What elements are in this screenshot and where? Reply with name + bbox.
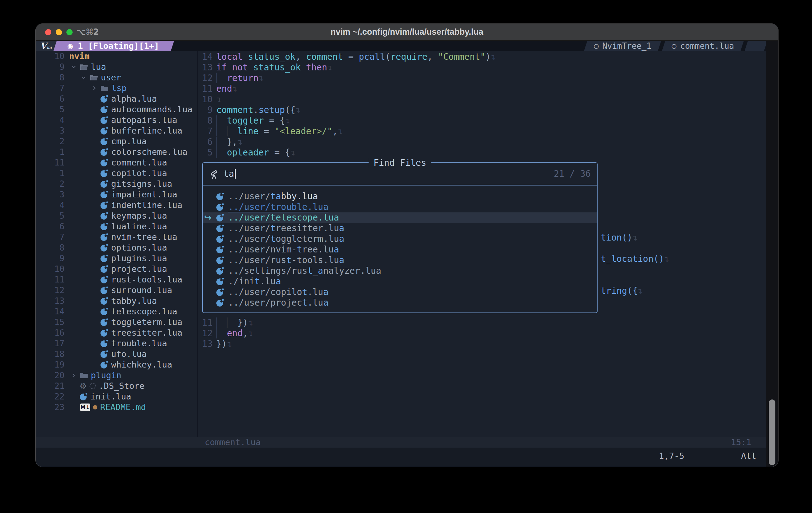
tree-row-trouble.lua[interactable]: 17trouble.lua — [36, 338, 197, 349]
result-path: ../user/nvim-tree.lua — [228, 244, 339, 255]
tree-label: telescope.lua — [111, 306, 177, 317]
tree-row-alpha.lua[interactable]: 6alpha.lua — [36, 93, 197, 104]
result-row[interactable]: ../user/toggleterm.lua — [203, 234, 597, 244]
eol-marker: ↴ — [237, 137, 242, 147]
tree-label: alpha.lua — [111, 93, 157, 104]
tree-row-autocommands.lua[interactable]: 5autocommands.lua — [36, 104, 197, 115]
editor-line[interactable]: 5▏ opleader = {↴ — [198, 147, 295, 158]
tree-row-whichkey.lua[interactable]: 19whichkey.lua — [36, 359, 197, 370]
editor-line[interactable]: 13if not status_ok then↴ — [198, 62, 332, 73]
line-number: 8 — [36, 72, 64, 83]
tab-comment-lua-label: comment.lua — [680, 41, 734, 51]
tree-row-colorscheme.lua[interactable]: 1colorscheme.lua — [36, 147, 197, 157]
tree-row-comment.lua[interactable]: 11comment.lua — [36, 157, 197, 168]
editor-line[interactable]: 12▏ return↴ — [198, 73, 264, 84]
tab-active-floating[interactable]: ◉ 1 [Floating][1+] — [55, 41, 172, 51]
tree-row-impatient.lua[interactable]: 3impatient.lua — [36, 189, 197, 200]
result-row[interactable]: ↪../user/telescope.lua — [203, 212, 597, 223]
tree-row-cmp.lua[interactable]: 2cmp.lua — [36, 136, 197, 147]
result-row[interactable]: ../user/treesitter.lua — [203, 223, 597, 234]
tree-row-.DS_Store[interactable]: 21⚙.DS_Store — [36, 381, 197, 391]
lua-file-icon — [216, 267, 224, 275]
result-row[interactable]: ../user/rust-tools.lua — [203, 255, 597, 266]
line-number: 10 — [36, 264, 64, 274]
selection-caret-icon: ↪ — [204, 212, 211, 223]
buffer-list-button[interactable] — [746, 41, 766, 51]
tree-row-init.lua[interactable]: 22init.lua — [36, 391, 197, 402]
result-path: ../user/rust-tools.lua — [228, 255, 344, 266]
tree-row-surround.lua[interactable]: 12surround.lua — [36, 285, 197, 296]
lua-file-icon — [100, 190, 108, 199]
result-row[interactable]: ../user/trouble.lua — [203, 202, 597, 212]
result-row[interactable]: ../user/project.lua — [203, 298, 597, 308]
tree-row-treesitter.lua[interactable]: 16treesitter.lua — [36, 328, 197, 338]
editor-line[interactable]: 10↴ — [198, 94, 222, 105]
line-number: 5 — [36, 211, 64, 221]
line-number: 7 — [198, 126, 212, 137]
scrollbar-track — [766, 41, 778, 467]
tree-row-lsp[interactable]: 7lsp — [36, 83, 197, 93]
tree-label: nvim — [69, 51, 89, 62]
tree-row-options.lua[interactable]: 8options.lua — [36, 242, 197, 253]
tree-row-README.md[interactable]: 23M↓README.md — [36, 402, 197, 413]
tree-row-lualine.lua[interactable]: 6lualine.lua — [36, 221, 197, 232]
tree-row-nvim[interactable]: 10nvim — [36, 51, 197, 62]
result-row[interactable]: ../settings/rust_analyzer.lua — [203, 266, 597, 276]
chevron-right-icon — [91, 85, 98, 92]
occluded-code-fragment: t_location()↴ — [601, 254, 669, 264]
tree-row-keymaps.lua[interactable]: 5keymaps.lua — [36, 211, 197, 221]
tree-row-tabby.lua[interactable]: 13tabby.lua — [36, 296, 197, 306]
tree-row-plugins.lua[interactable]: 9plugins.lua — [36, 253, 197, 264]
tree-label: ufo.lua — [111, 349, 147, 359]
tree-row-autopairs.lua[interactable]: 4autopairs.lua — [36, 115, 197, 125]
result-path: ../user/telescope.lua — [228, 212, 339, 223]
result-row[interactable]: ./init.lua — [203, 276, 597, 287]
result-row[interactable]: ../user/nvim-tree.lua — [203, 244, 597, 255]
lua-file-icon — [216, 277, 224, 285]
lua-file-icon — [100, 297, 108, 305]
markdown-icon: M↓ — [80, 403, 90, 411]
line-number: 7 — [36, 83, 64, 93]
tree-row-bufferline.lua[interactable]: 3bufferline.lua — [36, 125, 197, 136]
eol-marker: ↴ — [227, 339, 232, 349]
editor-line[interactable]: 11▏ ▏ })↴ — [198, 318, 253, 328]
tree-row-indentline.lua[interactable]: 4indentline.lua — [36, 200, 197, 211]
tree-row-lua[interactable]: 9lua — [36, 62, 197, 72]
line-number: 11 — [198, 84, 212, 94]
line-number: 8 — [198, 115, 212, 126]
tree-row-plugin[interactable]: 20plugin — [36, 370, 197, 381]
line-number: 18 — [36, 349, 64, 359]
tab-active-label: ◉ 1 [Floating][1+] — [68, 41, 160, 51]
editor-line[interactable]: 13})↴ — [198, 339, 232, 350]
editor-line[interactable]: 9comment.setup({↴ — [198, 105, 301, 115]
tree-row-gitsigns.lua[interactable]: 2gitsigns.lua — [36, 179, 197, 189]
tree-label: tabby.lua — [111, 296, 157, 306]
tree-row-ufo.lua[interactable]: 18ufo.lua — [36, 349, 197, 359]
window-title: nvim ~/.config/nvim/lua/user/tabby.lua — [36, 24, 778, 40]
result-row[interactable]: ../user/tabby.lua — [203, 191, 597, 202]
tree-label: plugins.lua — [111, 253, 167, 264]
tree-label: trouble.lua — [111, 338, 167, 349]
tree-label: lua — [91, 62, 106, 72]
tree-row-project.lua[interactable]: 10project.lua — [36, 264, 197, 274]
editor-line[interactable]: 8▏ toggler = {↴ — [198, 115, 290, 126]
tree-row-telescope.lua[interactable]: 14telescope.lua — [36, 306, 197, 317]
editor-line[interactable]: 12▏ end,↴ — [198, 328, 253, 339]
tree-row-user[interactable]: 8user — [36, 72, 197, 83]
folder-closed-icon — [100, 85, 109, 92]
scrollbar-thumb[interactable] — [769, 399, 775, 465]
tree-row-nvim-tree.lua[interactable]: 7nvim-tree.lua — [36, 232, 197, 242]
line-number: 4 — [36, 200, 64, 211]
tree-row-copilot.lua[interactable]: 1copilot.lua — [36, 168, 197, 179]
editor-line[interactable]: 14local status_ok, comment = pcall(requi… — [198, 52, 496, 62]
editor-line[interactable]: 7▏ ▏ line = "<leader>/",↴ — [198, 126, 343, 137]
result-row[interactable]: ../user/copilot.lua — [203, 287, 597, 298]
tab-comment-lua[interactable]: ○ comment.lua — [664, 41, 742, 51]
tree-row-toggleterm.lua[interactable]: 15toggleterm.lua — [36, 317, 197, 328]
tab-nvimtree[interactable]: ○ NvimTree_1 — [586, 41, 660, 51]
editor-line[interactable]: 6▏ },↴ — [198, 137, 242, 147]
tree-row-rust-tools.lua[interactable]: 11rust-tools.lua — [36, 274, 197, 285]
line-number: 19 — [36, 359, 64, 370]
tree-label: whichkey.lua — [111, 359, 172, 370]
editor-line[interactable]: 11end↴ — [198, 84, 237, 94]
